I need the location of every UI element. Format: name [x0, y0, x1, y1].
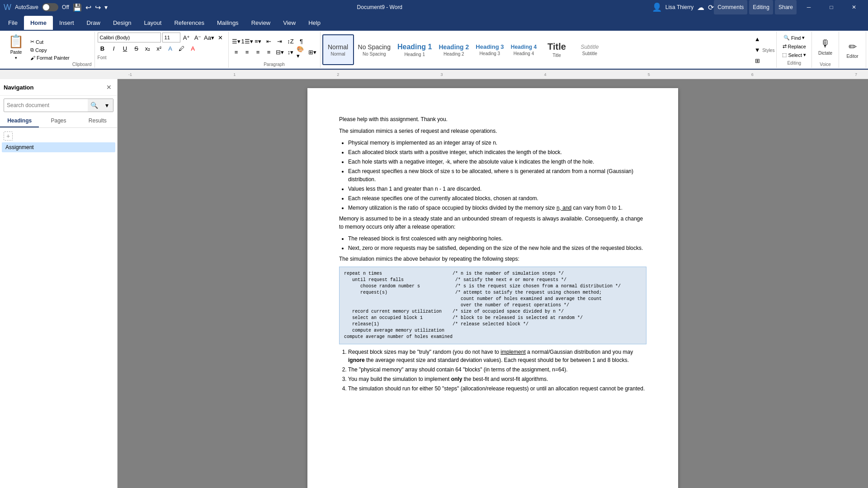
minimize-button[interactable]: ─: [798, 0, 819, 14]
user-name: Lisa Thierry: [665, 4, 693, 10]
nav-search-dropdown[interactable]: ▾: [100, 99, 113, 112]
doc-container: Navigation ✕ 🔍 ▾ Headings Pages Results …: [0, 79, 868, 488]
clipboard-group: 📋 Paste ▾ ✂ Cut ⧉ Copy 🖌 Format Painter …: [2, 32, 95, 68]
para-steady: Memory is assumed to be in a steady stat…: [339, 215, 646, 231]
redo-icon[interactable]: ↪: [95, 3, 101, 12]
bullets-button[interactable]: ☰▾: [231, 37, 241, 47]
onedrive-icon[interactable]: ☁: [697, 3, 704, 12]
nav-close-button[interactable]: ✕: [104, 83, 113, 92]
refresh-icon[interactable]: ⟳: [708, 3, 714, 12]
nav-search-box[interactable]: 🔍 ▾: [4, 99, 113, 112]
close-button[interactable]: ✕: [844, 0, 864, 14]
numbering-button[interactable]: 1☰▾: [242, 37, 252, 47]
tab-draw[interactable]: Draw: [80, 16, 107, 30]
find-dropdown[interactable]: ▾: [802, 35, 805, 41]
align-right-button[interactable]: ≡: [253, 47, 263, 57]
nav-tab-results[interactable]: Results: [78, 115, 117, 127]
style-heading1[interactable]: Heading 1 Heading 1: [395, 34, 434, 65]
clear-formatting-button[interactable]: ✕: [216, 33, 226, 42]
document-area[interactable]: Please help with this assignment. Thank …: [118, 79, 868, 488]
strikethrough-button[interactable]: S: [132, 43, 142, 53]
borders-button[interactable]: ⊞▾: [307, 47, 317, 57]
user-profile-icon[interactable]: 👤: [652, 2, 662, 12]
select-dropdown[interactable]: ▾: [803, 52, 806, 58]
tab-references[interactable]: References: [168, 16, 210, 30]
save-icon[interactable]: 💾: [73, 3, 82, 12]
text-effects-button[interactable]: A: [165, 43, 175, 53]
shading-button[interactable]: 🎨▾: [297, 47, 307, 57]
comments-button[interactable]: Comments: [714, 0, 747, 14]
autosave-toggle[interactable]: [42, 3, 58, 11]
font-color-button[interactable]: A: [188, 43, 198, 53]
paste-button[interactable]: 📋 Paste ▾: [5, 33, 28, 67]
style-no-spacing[interactable]: No Spacing No Spacing: [355, 34, 393, 65]
font-name-input[interactable]: [98, 33, 161, 42]
nav-tab-pages[interactable]: Pages: [39, 115, 78, 127]
style-heading4[interactable]: Heading 4 Heading 4: [508, 34, 539, 65]
sort-button[interactable]: ↕Z: [286, 37, 296, 47]
copy-button[interactable]: ⧉ Copy: [28, 46, 71, 54]
tab-mailings[interactable]: Mailings: [211, 16, 245, 30]
nav-add-heading-button[interactable]: +: [4, 131, 13, 141]
columns-button[interactable]: ⊟▾: [275, 47, 285, 57]
format-painter-button[interactable]: 🖌 Format Painter: [28, 54, 71, 61]
tab-layout[interactable]: Layout: [137, 16, 168, 30]
tab-help[interactable]: Help: [302, 16, 327, 30]
highlight-button[interactable]: 🖊: [177, 43, 187, 53]
paragraph-controls: ☰▾ 1☰▾ ≡▾ ⇤ ⇥ ↕Z ¶ ≡ ≡ ≡ ≡ ⊟▾ ↕▾: [231, 33, 317, 61]
styles-scroll-down[interactable]: ▼: [752, 45, 762, 55]
underline-button[interactable]: U: [120, 43, 130, 53]
superscript-button[interactable]: x²: [154, 43, 164, 53]
change-case-button[interactable]: Aa▾: [204, 33, 214, 42]
paste-label: Paste: [10, 50, 22, 55]
nav-search-input[interactable]: [4, 100, 88, 110]
styles-scroll-up[interactable]: ▲: [752, 34, 762, 44]
select-button[interactable]: ⬚ Select ▾: [780, 51, 808, 59]
maximize-button[interactable]: □: [821, 0, 842, 14]
style-subtitle[interactable]: Subtitle Subtitle: [574, 34, 605, 65]
line-spacing-button[interactable]: ↕▾: [286, 47, 296, 57]
tab-view[interactable]: View: [277, 16, 302, 30]
align-left-button[interactable]: ≡: [231, 47, 241, 57]
nav-search-button[interactable]: 🔍: [88, 99, 100, 112]
undo-icon[interactable]: ↩: [85, 3, 91, 12]
cut-button[interactable]: ✂ Cut: [28, 38, 71, 46]
nav-content: + Assignment: [0, 128, 117, 488]
increase-indent-button[interactable]: ⇥: [275, 37, 285, 47]
tab-design[interactable]: Design: [107, 16, 137, 30]
nav-heading-assignment[interactable]: Assignment: [2, 142, 115, 152]
subscript-button[interactable]: x₂: [143, 43, 153, 53]
customize-icon[interactable]: ▾: [104, 4, 108, 11]
style-heading3[interactable]: Heading 3 Heading 3: [473, 34, 506, 65]
tab-file[interactable]: File: [2, 16, 24, 30]
paste-dropdown-icon[interactable]: ▾: [15, 56, 17, 60]
show-marks-button[interactable]: ¶: [297, 37, 307, 47]
replace-button[interactable]: ⇄ Replace: [781, 42, 808, 50]
decrease-indent-button[interactable]: ⇤: [264, 37, 274, 47]
align-center-button[interactable]: ≡: [242, 47, 252, 57]
font-shrink-button[interactable]: A⁻: [193, 33, 203, 42]
editing-mode-button[interactable]: Editing: [749, 0, 773, 14]
style-title[interactable]: Title Title: [541, 34, 572, 65]
share-button[interactable]: Share: [775, 0, 797, 14]
tab-home[interactable]: Home: [24, 16, 53, 30]
tab-insert[interactable]: Insert: [53, 16, 80, 30]
font-grow-button[interactable]: A⁺: [182, 33, 192, 42]
cut-icon: ✂: [30, 39, 34, 45]
copy-icon: ⧉: [30, 47, 34, 53]
justify-button[interactable]: ≡: [264, 47, 274, 57]
styles-more[interactable]: ⊞: [752, 56, 762, 66]
style-heading2[interactable]: Heading 2 Heading 2: [436, 34, 472, 65]
editor-icon: ✏: [849, 41, 857, 53]
bold-button[interactable]: B: [98, 43, 108, 53]
style-normal[interactable]: Normal Normal: [322, 34, 354, 65]
list-item: Each release specifies one of the curren…: [348, 194, 646, 202]
italic-button[interactable]: I: [109, 43, 119, 53]
dictate-button[interactable]: 🎙 Dictate: [816, 37, 835, 57]
nav-tab-headings[interactable]: Headings: [0, 115, 39, 127]
editor-button[interactable]: ✏ Editor: [844, 40, 862, 60]
multilevel-button[interactable]: ≡▾: [253, 37, 263, 47]
tab-review[interactable]: Review: [245, 16, 277, 30]
find-button[interactable]: 🔍 Find ▾: [782, 34, 807, 42]
font-size-input[interactable]: [162, 33, 180, 42]
